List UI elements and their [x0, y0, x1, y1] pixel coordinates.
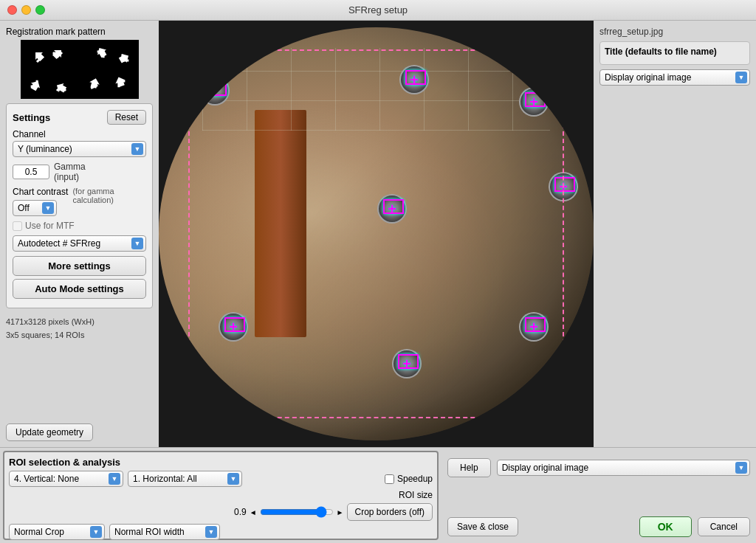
- ceiling: [202, 48, 550, 131]
- auto-mode-button[interactable]: Auto Mode settings: [13, 279, 146, 299]
- speedup-checkbox[interactable]: [385, 474, 394, 484]
- door: [255, 110, 307, 337]
- close-button[interactable]: [7, 5, 17, 15]
- window-title: SFRreg setup: [348, 4, 408, 15]
- save-close-button[interactable]: Save & close: [447, 517, 518, 536]
- left-panel: Registration mark pattern: [0, 21, 159, 447]
- roi-size-value: 0.9: [234, 507, 247, 517]
- roi-panel-title: ROI selection & analysis: [9, 457, 433, 468]
- bottom-display-select-wrapper[interactable]: Display original image ▼: [497, 460, 750, 476]
- autodetect-select[interactable]: Autodetect # SFRreg Manual: [13, 235, 146, 252]
- ok-button[interactable]: OK: [639, 516, 692, 537]
- title-defaults-label: Title (defaults to file name): [605, 46, 745, 57]
- normal-crop-select[interactable]: Normal Crop Wide Crop: [9, 524, 105, 540]
- svg-marker-6: [88, 77, 100, 89]
- right-panel: sfrreg_setup.jpg Title (defaults to file…: [594, 21, 756, 447]
- maximize-button[interactable]: [35, 5, 45, 15]
- vertical-select-wrapper[interactable]: 4. Vertical: None 1. Vertical: All ▼: [9, 471, 123, 487]
- bottom-section: ROI selection & analysis 4. Vertical: No…: [0, 447, 756, 543]
- bottom-display-select[interactable]: Display original image: [497, 460, 750, 476]
- roi-marker-1: [196, 72, 234, 110]
- gamma-label: Gamma: [54, 162, 86, 172]
- pixel-info: 4171x3128 pixels (WxH) 3x5 squares; 14 R…: [6, 316, 153, 342]
- normal-roi-width-select[interactable]: Normal ROI width Wide ROI width: [109, 524, 220, 540]
- pixel-info-line1: 4171x3128 pixels (WxH): [6, 316, 153, 329]
- gamma-sublabel: (input): [54, 172, 86, 182]
- display-select-wrapper[interactable]: Display original image Display processed…: [599, 69, 750, 86]
- roi-marker-8: [515, 308, 553, 346]
- svg-marker-4: [28, 78, 42, 91]
- bottom-right-panel: Help Display original image ▼ Save & clo…: [441, 448, 756, 543]
- channel-label: Channel: [13, 129, 146, 139]
- roi-marker-3: [515, 83, 553, 121]
- chart-contrast-select[interactable]: Off Low Medium High: [13, 200, 57, 216]
- roi-marker-6: [214, 308, 252, 346]
- reg-mark-label: Registration mark pattern: [6, 27, 106, 37]
- svg-marker-3: [117, 51, 131, 65]
- reset-button[interactable]: Reset: [107, 110, 146, 125]
- svg-marker-7: [114, 75, 127, 88]
- reg-mark-canvas: [21, 40, 139, 99]
- roi-marker-7: [388, 345, 426, 383]
- svg-marker-2: [94, 45, 109, 58]
- window-controls[interactable]: [7, 5, 45, 15]
- fisheye-container: [159, 21, 594, 447]
- slider-right-icon: ►: [337, 508, 344, 516]
- chart-contrast-label: Chart contrast: [13, 187, 68, 197]
- svg-marker-1: [50, 46, 64, 60]
- use-for-mtf-checkbox[interactable]: [13, 221, 22, 231]
- use-for-mtf-row: Use for MTF: [13, 221, 146, 231]
- minimize-button[interactable]: [21, 5, 31, 15]
- normal-roi-width-wrapper[interactable]: Normal ROI width Wide ROI width ▼: [109, 524, 220, 540]
- normal-crop-wrapper[interactable]: Normal Crop Wide Crop ▼: [9, 524, 105, 540]
- image-area: [159, 21, 594, 447]
- display-select[interactable]: Display original image Display processed…: [599, 69, 750, 86]
- help-button[interactable]: Help: [447, 458, 491, 477]
- use-for-mtf-label: Use for MTF: [25, 221, 75, 231]
- vertical-select[interactable]: 4. Vertical: None 1. Vertical: All: [9, 471, 123, 487]
- speedup-wrapper: Speedup: [385, 474, 433, 484]
- svg-marker-0: [32, 49, 46, 63]
- slider-left-icon: ◄: [250, 508, 257, 516]
- registration-mark-section: Registration mark pattern: [6, 27, 153, 99]
- more-settings-button[interactable]: More settings: [13, 256, 146, 276]
- autodetect-wrapper[interactable]: Autodetect # SFRreg Manual ▼: [13, 235, 146, 252]
- pixel-info-line2: 3x5 squares; 14 ROIs: [6, 329, 153, 342]
- title-section: Title (defaults to file name): [599, 41, 750, 65]
- channel-select-wrapper[interactable]: Y (luminance) R G B ▼: [13, 141, 146, 157]
- roi-marker-4: [544, 167, 583, 206]
- horizontal-select-wrapper[interactable]: 1. Horizontal: All 2. Horizontal: None ▼: [128, 471, 242, 487]
- fisheye-image: [159, 27, 594, 440]
- svg-marker-5: [54, 80, 67, 94]
- filename-label: sfrreg_setup.jpg: [599, 27, 750, 37]
- update-geometry-button[interactable]: Update geometry: [6, 423, 93, 441]
- roi-panel: ROI selection & analysis 4. Vertical: No…: [3, 451, 439, 540]
- cancel-button[interactable]: Cancel: [698, 517, 750, 536]
- gamma-input[interactable]: 0.5: [13, 165, 49, 179]
- roi-size-slider[interactable]: [260, 506, 334, 518]
- titlebar: SFRreg setup: [0, 0, 756, 21]
- roi-marker-2: [395, 60, 433, 99]
- horizontal-select[interactable]: 1. Horizontal: All 2. Horizontal: None: [128, 471, 242, 487]
- channel-select[interactable]: Y (luminance) R G B: [13, 141, 146, 157]
- gamma-calc-label: (for gammacalculation): [72, 187, 114, 204]
- speedup-label: Speedup: [397, 474, 433, 484]
- chart-contrast-select-wrapper[interactable]: Off Low Medium High ▼: [13, 200, 57, 216]
- roi-size-label: ROI size: [399, 490, 433, 500]
- settings-box: Settings Reset Channel Y (luminance) R G…: [6, 103, 153, 308]
- bottom-row: Normal Crop Wide Crop ▼ Normal ROI width…: [9, 524, 433, 540]
- roi-marker-5: [373, 190, 411, 228]
- crop-borders-button[interactable]: Crop borders (off): [347, 503, 433, 521]
- settings-title: Settings: [13, 112, 50, 123]
